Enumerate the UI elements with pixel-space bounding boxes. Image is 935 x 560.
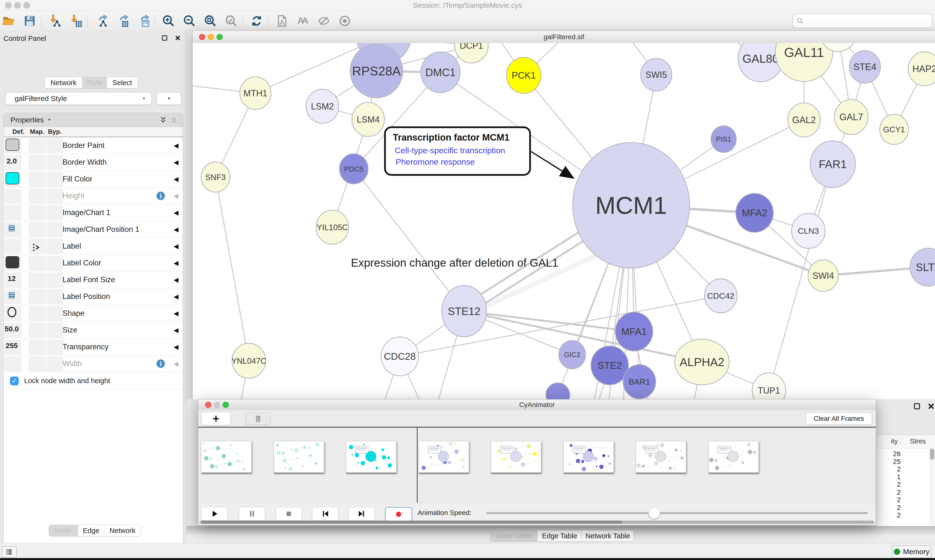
tab-network[interactable]: Network [45, 77, 82, 88]
search-input[interactable] [806, 17, 932, 25]
lock-row[interactable]: ✓ Lock node width and height [4, 372, 183, 389]
property-row[interactable]: 255 Transparency ◀ [4, 338, 183, 355]
close-panel-icon[interactable] [927, 402, 935, 411]
add-frame-button[interactable] [201, 412, 231, 425]
tab-network[interactable]: Network [105, 525, 140, 536]
zoom-window-icon[interactable] [222, 402, 229, 408]
table-cell-value[interactable]: 2 [876, 488, 901, 496]
collapse-all-icon[interactable] [170, 116, 178, 124]
save-button[interactable] [23, 14, 37, 28]
tab-style[interactable]: Style [82, 77, 107, 88]
expand-arrow-icon[interactable]: ◀ [174, 154, 179, 171]
property-row[interactable]: Border Paint ◀ [4, 137, 183, 154]
node-CUTP[interactable] [546, 383, 570, 399]
network-graph[interactable]: RPS28BDCP1RPS28ADMC1PCK1SWI5GAL80GAL11ST… [193, 43, 935, 399]
def-cell[interactable] [5, 189, 21, 203]
table-vertical-scrollbar[interactable] [929, 449, 935, 525]
close-panel-icon[interactable] [174, 34, 182, 42]
expand-arrow-icon[interactable]: ◀ [174, 238, 179, 254]
timeline-frame-3[interactable] [418, 441, 469, 473]
search-field[interactable] [793, 14, 932, 28]
timeline-frame-4[interactable] [491, 441, 541, 473]
expand-arrow-icon[interactable]: ◀ [174, 171, 179, 187]
table-cell-value[interactable]: 2 [876, 511, 901, 519]
map-cell[interactable] [29, 340, 46, 354]
default-value[interactable]: 255 [4, 338, 20, 353]
clipboard-button[interactable] [275, 14, 289, 28]
expand-all-icon[interactable] [159, 116, 167, 124]
annotation-link[interactable]: Pheromone response [396, 157, 475, 166]
annotation-link[interactable]: Cell-type-specific transcription [395, 146, 505, 155]
table-cell-value[interactable]: 2 [876, 496, 901, 504]
clear-all-frames-button[interactable]: Clear All Frames [806, 412, 872, 425]
tab-edge[interactable]: Edge [78, 525, 105, 536]
byp-cell[interactable] [46, 289, 63, 304]
position-icon[interactable] [7, 224, 16, 232]
byp-cell[interactable] [46, 256, 63, 271]
byp-cell[interactable] [46, 222, 63, 237]
default-value[interactable]: 12 [4, 271, 20, 286]
expand-arrow-icon[interactable]: ◀ [174, 255, 179, 271]
map-cell[interactable] [29, 256, 46, 271]
minimize-window-icon[interactable] [208, 34, 214, 40]
expand-arrow-icon[interactable]: ◀ [174, 137, 179, 154]
property-row[interactable]: 2.0 Border Width ◀ [4, 154, 183, 171]
minimize-window-icon[interactable] [14, 2, 21, 9]
animation-speed-slider[interactable] [486, 512, 868, 514]
export-network-button[interactable] [94, 14, 108, 28]
default-swatch[interactable] [6, 256, 19, 268]
skip-end-button[interactable] [349, 507, 375, 521]
column-header-ity[interactable]: ity [876, 437, 898, 445]
lock-checkbox[interactable]: ✓ [10, 377, 19, 385]
table-cell-value[interactable]: 26 [876, 450, 901, 458]
map-cell[interactable] [29, 323, 46, 338]
map-cell[interactable] [29, 306, 46, 321]
map-cell[interactable] [29, 172, 46, 186]
close-window-icon[interactable] [5, 2, 12, 9]
byp-cell[interactable] [46, 306, 63, 321]
binoculars-button[interactable] [296, 14, 310, 28]
info-icon[interactable]: i [156, 191, 166, 201]
property-row[interactable]: 50.0 Size ◀ [4, 322, 183, 338]
zoom-window-icon[interactable] [23, 2, 30, 9]
playhead[interactable] [417, 428, 418, 503]
style-selector[interactable]: galFiltered Style [5, 92, 152, 105]
zoom-window-icon[interactable] [216, 34, 223, 40]
property-row[interactable]: Fill Color ◀ [4, 171, 183, 188]
map-cell[interactable] [29, 289, 46, 304]
byp-cell[interactable] [46, 340, 63, 354]
zoom-in-button[interactable] [162, 14, 175, 28]
position-icon[interactable] [7, 291, 16, 300]
cyanimator-titlebar[interactable]: CyAnimator [198, 400, 876, 411]
table-cell-value[interactable]: 2 [876, 481, 901, 488]
property-row[interactable]: Image/Chart Position 1 ◀ [4, 221, 183, 238]
task-history-button[interactable] [2, 546, 17, 558]
tab-node-table[interactable]: Node Table [491, 531, 537, 541]
default-value[interactable]: 50.0 [4, 322, 20, 336]
byp-cell[interactable] [46, 357, 63, 371]
map-cell[interactable] [29, 155, 46, 170]
tab-network-table[interactable]: Network Table [582, 531, 634, 541]
minimize-window-icon[interactable] [214, 402, 220, 408]
delete-frame-button[interactable] [246, 412, 270, 425]
expand-arrow-icon[interactable]: ◀ [174, 271, 179, 288]
table-cell-value[interactable]: 2 [876, 465, 901, 473]
timeline-scrollbar[interactable] [200, 521, 874, 524]
export-table-button[interactable] [116, 14, 129, 28]
timeline[interactable]: 0123456789Seconds [198, 428, 876, 503]
record-button[interactable] [385, 507, 412, 522]
tab-edge-table[interactable]: Edge Table [537, 531, 582, 541]
default-swatch[interactable] [6, 138, 19, 151]
refresh-button[interactable] [250, 14, 264, 28]
close-window-icon[interactable] [205, 402, 211, 408]
expand-arrow-icon[interactable]: ◀ [174, 205, 179, 221]
byp-cell[interactable] [46, 172, 63, 186]
style-options-button[interactable] [156, 92, 182, 105]
float-panel-icon[interactable] [161, 34, 168, 42]
byp-cell[interactable] [46, 189, 63, 203]
timeline-frame-2[interactable] [346, 441, 397, 473]
expand-arrow-icon[interactable]: ◀ [174, 188, 179, 204]
hide-button[interactable] [317, 14, 331, 28]
property-row[interactable]: Label ◀ [4, 238, 183, 255]
default-value[interactable]: 2.0 [4, 154, 20, 168]
